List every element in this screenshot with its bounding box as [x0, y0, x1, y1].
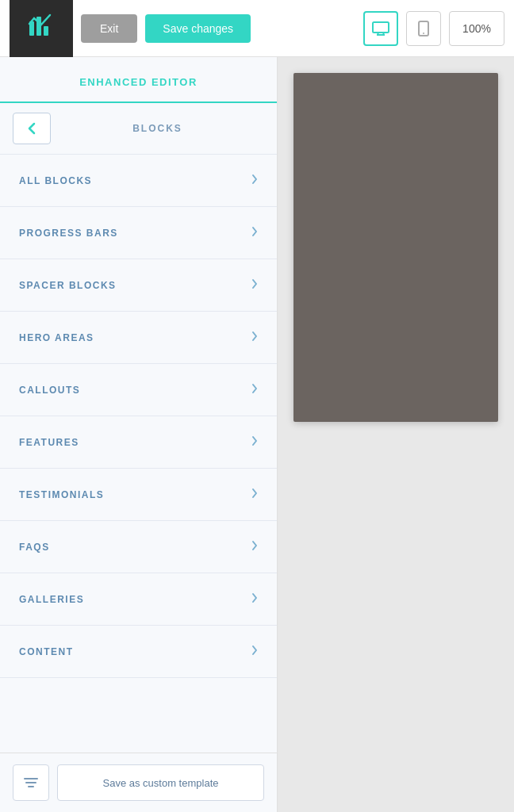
block-item-chevron-hero-areas — [251, 331, 258, 344]
logo-area — [10, 0, 73, 57]
block-item-label-hero-areas: HERO AREAS — [19, 332, 94, 343]
desktop-view-button[interactable] — [363, 11, 398, 46]
filter-button[interactable] — [13, 764, 49, 801]
logo-icon — [26, 10, 56, 46]
exit-button[interactable]: Exit — [81, 14, 137, 43]
block-item-label-content: CONTENT — [19, 646, 74, 657]
block-item-chevron-features — [251, 435, 258, 449]
block-item-label-faqs: FAQS — [19, 542, 50, 553]
block-item-testimonials[interactable]: TESTIMONIALS — [0, 469, 277, 521]
block-item-all-blocks[interactable]: ALL BLOCKS — [0, 155, 277, 207]
save-changes-button[interactable]: Save changes — [145, 14, 251, 43]
block-item-callouts[interactable]: CALLOUTS — [0, 364, 277, 416]
topbar: Exit Save changes 100% — [0, 0, 514, 57]
block-item-label-features: FEATURES — [19, 437, 79, 448]
canvas-frame — [293, 73, 498, 422]
svg-rect-2 — [44, 26, 48, 36]
block-item-label-callouts: CALLOUTS — [19, 385, 80, 396]
sidebar-title: ENHANCED EDITOR — [79, 76, 198, 88]
block-item-chevron-content — [251, 645, 258, 658]
block-item-spacer-blocks[interactable]: SPACER BLOCKS — [0, 259, 277, 312]
block-item-content[interactable]: CONTENT — [0, 626, 277, 678]
blocks-nav: BLOCKS — [0, 103, 277, 155]
block-item-chevron-testimonials — [251, 488, 258, 501]
block-item-chevron-galleries — [251, 592, 258, 606]
back-button[interactable] — [13, 113, 51, 144]
sidebar: ENHANCED EDITOR BLOCKS ALL BLOCKSPROGRES… — [0, 57, 278, 812]
svg-rect-1 — [36, 17, 41, 36]
block-item-chevron-callouts — [251, 383, 258, 396]
block-item-chevron-progress-bars — [251, 226, 258, 239]
mobile-view-button[interactable] — [406, 11, 441, 46]
svg-point-8 — [423, 33, 424, 34]
zoom-level: 100% — [449, 11, 504, 46]
blocks-label: BLOCKS — [51, 123, 264, 134]
block-item-features[interactable]: FEATURES — [0, 416, 277, 469]
canvas-area — [278, 57, 514, 812]
block-item-label-all-blocks: ALL BLOCKS — [19, 175, 92, 186]
block-item-hero-areas[interactable]: HERO AREAS — [0, 312, 277, 364]
svg-rect-3 — [373, 22, 389, 33]
sidebar-footer: Save as custom template — [0, 753, 277, 812]
block-item-chevron-faqs — [251, 540, 258, 553]
block-item-chevron-spacer-blocks — [251, 278, 258, 292]
block-item-chevron-all-blocks — [251, 174, 258, 187]
block-item-label-spacer-blocks: SPACER BLOCKS — [19, 280, 117, 291]
sidebar-header: ENHANCED EDITOR — [0, 57, 277, 103]
block-item-label-galleries: GALLERIES — [19, 594, 84, 605]
block-item-progress-bars[interactable]: PROGRESS BARS — [0, 207, 277, 259]
main-area: ENHANCED EDITOR BLOCKS ALL BLOCKSPROGRES… — [0, 57, 514, 812]
save-template-button[interactable]: Save as custom template — [57, 764, 264, 801]
block-item-galleries[interactable]: GALLERIES — [0, 573, 277, 626]
block-item-label-progress-bars: PROGRESS BARS — [19, 228, 118, 239]
block-item-faqs[interactable]: FAQS — [0, 521, 277, 573]
block-item-label-testimonials: TESTIMONIALS — [19, 489, 104, 500]
block-list: ALL BLOCKSPROGRESS BARSSPACER BLOCKSHERO… — [0, 155, 277, 753]
